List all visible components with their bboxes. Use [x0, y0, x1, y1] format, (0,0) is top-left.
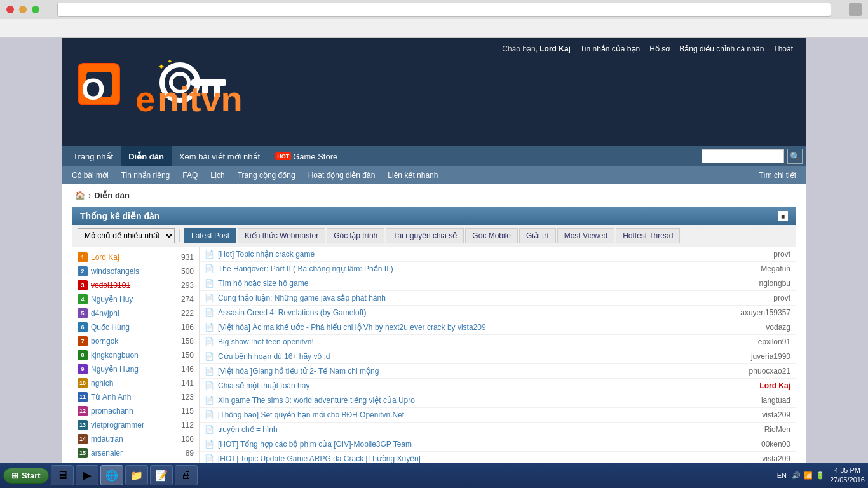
post-title-link[interactable]: Big show!!hot teen openitvn!	[218, 337, 736, 346]
search-input[interactable]	[702, 149, 784, 163]
post-title-link[interactable]: [Việt hóa] Ác ma khế ước - Phá hiểu chi …	[218, 323, 736, 332]
post-author: nglongbu	[740, 279, 790, 288]
post-icon: 📄	[205, 396, 215, 405]
user-count: 146	[181, 365, 194, 374]
clock-time: 4:35 PM	[830, 466, 865, 475]
user-link[interactable]: mdautran	[91, 435, 178, 444]
settings-link[interactable]: Bảng điều chỉnh cá nhân	[679, 44, 764, 53]
user-link[interactable]: Nguyễn Hưng	[91, 365, 178, 374]
user-link[interactable]: windsofangels	[91, 267, 178, 276]
user-link[interactable]: vietprogrammer	[91, 421, 178, 430]
user-avatar: 13	[78, 420, 88, 430]
user-link[interactable]: promachanh	[91, 407, 178, 416]
network-icon: 📶	[804, 471, 813, 480]
tab-most-viewed[interactable]: Most Viewed	[557, 228, 614, 243]
tab-hottest-thread[interactable]: Hottest Thread	[616, 228, 680, 243]
tab-goc-lap-trinh[interactable]: Góc lập trình	[327, 228, 384, 243]
post-title-link[interactable]: Tìm hộ hoặc size hộ game	[218, 279, 736, 288]
post-title-link[interactable]: [Việt hóa ]Giang hồ tiếu tử 2- Tế Nam ch…	[218, 367, 736, 376]
logout-link[interactable]: Thoát	[773, 44, 793, 53]
post-title-link[interactable]: [Thông báo] Set quyền hạn mới cho BĐH Op…	[218, 410, 736, 419]
collapse-button[interactable]: ■	[778, 211, 788, 221]
user-avatar: 1	[78, 252, 88, 262]
nav-item-home[interactable]: Trang nhất	[65, 146, 121, 166]
nav-item-forum[interactable]: Diễn đàn	[121, 146, 172, 166]
taskbar-icon-5[interactable]: 📝	[150, 465, 173, 485]
tab-tai-nguyen[interactable]: Tài nguyên chia sẻ	[386, 228, 464, 243]
user-link[interactable]: borngok	[91, 337, 178, 346]
taskbar-browser-item[interactable]: 🌐	[100, 465, 123, 485]
home-breadcrumb[interactable]: 🏠	[75, 191, 85, 200]
subnav-new-posts[interactable]: Có bài mới	[65, 166, 115, 184]
user-count: 106	[181, 435, 194, 444]
subnav-calendar[interactable]: Lịch	[204, 166, 231, 184]
post-row: 📄truyện chế = hìnhRioMen	[200, 423, 796, 437]
post-row: 📄Assasin Creed 4: Revelations (by Gamelo…	[200, 306, 796, 320]
start-button[interactable]: ⊞ Start	[3, 468, 49, 484]
inbox-link[interactable]: Tin nhắn của bạn	[580, 44, 640, 53]
post-author: RioMen	[740, 425, 790, 434]
post-author: Megafun	[740, 264, 790, 273]
stats-header: Thống kê diễn đàn ■	[72, 207, 796, 225]
nav-item-game-store[interactable]: HOT Game Store	[268, 146, 345, 166]
tab-latest-post[interactable]: Latest Post	[184, 228, 236, 243]
user-link[interactable]: Nguyễn Huy	[91, 295, 178, 304]
post-row: 📄The Hangover: Part II ( Ba chàng ngự lâ…	[200, 262, 796, 276]
user-link[interactable]: kjngkongbuon	[91, 351, 178, 360]
subnav-faq[interactable]: FAQ	[176, 166, 204, 184]
post-title-link[interactable]: Cùng thảo luận: Những game java sắp phát…	[218, 294, 736, 302]
user-row: 2windsofangels500	[72, 264, 199, 278]
taskbar-icon-4[interactable]: 📁	[125, 465, 148, 485]
username-link[interactable]: Lord Kaj	[539, 44, 571, 53]
user-link[interactable]: Lord Kaj	[91, 253, 178, 262]
subnav-community[interactable]: Trang cộng đồng	[231, 166, 302, 184]
taskbar-icon-2[interactable]: ▶	[76, 465, 98, 485]
user-link[interactable]: Quốc Hùng	[91, 323, 178, 332]
post-title-link[interactable]: [HOT] Topic Update Game ARPG đã Crack [T…	[218, 454, 736, 463]
subnav-inbox[interactable]: Tin nhắn riêng	[115, 166, 177, 184]
taskbar-icon-6[interactable]: 🖨	[175, 465, 198, 485]
post-title-link[interactable]: Cứu bệnh hoạn dù 16+ hãy vô :d	[218, 352, 736, 361]
user-row: 13vietprogrammer112	[72, 418, 199, 432]
post-author: langtuad	[740, 396, 790, 405]
subnav-links[interactable]: Liên kết nhanh	[381, 166, 444, 184]
user-link[interactable]: arsenaler	[91, 449, 182, 458]
post-icon: 📄	[205, 250, 215, 259]
sort-dropdown[interactable]: Mở chủ đề nhiều nhất	[78, 228, 175, 243]
user-row: 4Nguyễn Huy274	[72, 292, 199, 306]
nav-item-new-posts[interactable]: Xem bài viết mới nhất	[172, 146, 268, 166]
user-link[interactable]: Từ Anh Anh	[91, 393, 178, 402]
post-title-link[interactable]: Xin game The sims 3: world adventure tiế…	[218, 396, 736, 405]
post-author: axuyen159357	[740, 308, 790, 317]
tab-giai-tri[interactable]: Giải trí	[519, 228, 556, 243]
battery-icon: 🔋	[816, 471, 825, 480]
post-author: provt	[740, 294, 790, 302]
post-icon: 📄	[205, 337, 215, 346]
user-count: 123	[181, 393, 194, 402]
user-avatar: 10	[78, 378, 88, 388]
search-button[interactable]: 🔍	[787, 149, 803, 164]
post-icon: 📄	[205, 352, 215, 361]
tab-goc-mobile[interactable]: Góc Mobile	[465, 228, 518, 243]
search-detail[interactable]: Tìm chi tiết	[759, 171, 803, 180]
post-title-link[interactable]: [Hot] Topic nhận crack game	[218, 250, 736, 259]
post-title-link[interactable]: Chia sẻ một thuật toán hay	[218, 381, 736, 390]
post-title-link[interactable]: The Hangover: Part II ( Ba chàng ngự lâm…	[218, 264, 736, 273]
profile-link[interactable]: Hồ sơ	[649, 44, 670, 53]
post-author: vodazg	[740, 323, 790, 332]
taskbar-icon-1[interactable]: 🖥	[51, 465, 74, 485]
volume-icon[interactable]: 🔊	[792, 471, 801, 480]
post-title-link[interactable]: [HOT] Tổng hợp các bộ phim của [OIV]-Mob…	[218, 440, 736, 449]
user-link[interactable]: vodoi10101	[91, 281, 178, 290]
post-title-link[interactable]: truyện chế = hình	[218, 425, 736, 434]
user-link[interactable]: nghich	[91, 379, 178, 388]
post-row: 📄Cùng thảo luận: Những game java sắp phá…	[200, 291, 796, 306]
user-list: 1Lord Kaj9312windsofangels5003vodoi10101…	[72, 250, 199, 460]
post-title-link[interactable]: Assasin Creed 4: Revelations (by Gamelof…	[218, 308, 736, 317]
subnav-activity[interactable]: Hoạt động diễn đàn	[302, 166, 382, 184]
greeting-text: Chào bạn, Lord Kaj	[502, 44, 571, 53]
posts-list: 📄[Hot] Topic nhận crack gameprovt📄The Ha…	[200, 247, 796, 466]
tab-kien-thuc[interactable]: Kiến thức Webmaster	[238, 228, 325, 243]
stats-body: 1Lord Kaj9312windsofangels5003vodoi10101…	[72, 247, 796, 466]
user-link[interactable]: d4nvjphl	[91, 309, 178, 318]
